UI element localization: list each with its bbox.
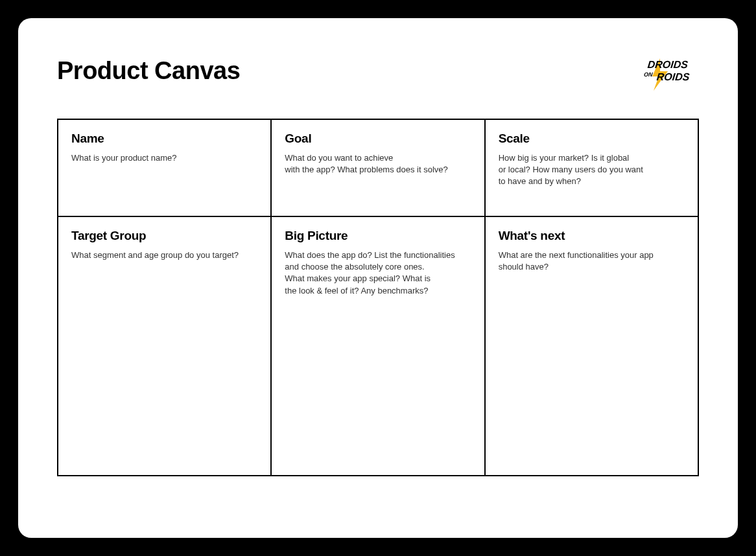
droids-on-roids-logo: DROIDS ON ROIDS — [634, 57, 699, 93]
cell-whats-next: What's next What are the next functional… — [485, 216, 698, 476]
header: Product Canvas DROIDS ON ROIDS — [57, 57, 699, 93]
cell-desc: How big is your market? Is it global or … — [499, 152, 685, 188]
cell-title: What's next — [499, 229, 685, 243]
cell-scale: Scale How big is your market? Is it glob… — [485, 119, 698, 216]
cell-desc: What do you want to achieve with the app… — [285, 152, 471, 176]
cell-title: Name — [71, 132, 257, 146]
cell-target-group: Target Group What segment and age group … — [58, 216, 271, 476]
svg-text:ROIDS: ROIDS — [656, 71, 691, 82]
cell-title: Target Group — [71, 229, 257, 243]
cell-desc: What segment and age group do you target… — [71, 249, 257, 261]
cell-title: Scale — [499, 132, 685, 146]
cell-desc: What are the next functionalities your a… — [499, 249, 685, 273]
page-title: Product Canvas — [57, 57, 240, 85]
cell-title: Goal — [285, 132, 471, 146]
cell-title: Big Picture — [285, 229, 471, 243]
cell-desc: What is your product name? — [71, 152, 257, 164]
canvas-grid: Name What is your product name? Goal Wha… — [57, 119, 699, 476]
cell-goal: Goal What do you want to achieve with th… — [271, 119, 484, 216]
svg-text:ON: ON — [644, 71, 654, 78]
product-canvas-page: Product Canvas DROIDS ON ROIDS Name What… — [18, 18, 738, 538]
cell-name: Name What is your product name? — [58, 119, 271, 216]
svg-text:DROIDS: DROIDS — [647, 58, 689, 70]
cell-desc: What does the app do? List the functiona… — [285, 249, 471, 297]
cell-big-picture: Big Picture What does the app do? List t… — [271, 216, 484, 476]
